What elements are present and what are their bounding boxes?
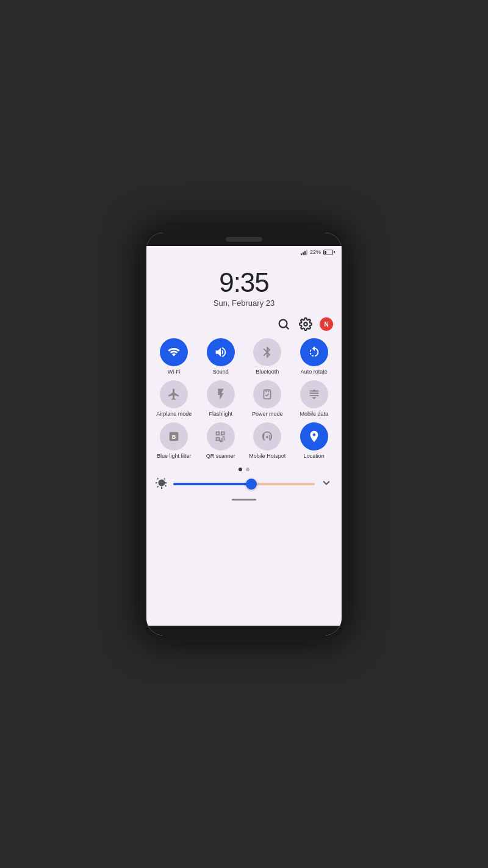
phone-screen: 22% 9:35 Sun, February 23 [146,233,342,635]
brightness-icon [155,476,168,491]
autorotate-label: Auto rotate [301,369,328,375]
wifi-label: Wi-Fi [168,369,181,375]
flashlight-toggle[interactable]: Flashlight [199,380,243,418]
hotspot-circle [253,422,281,450]
bluetooth-circle [253,338,281,366]
page-dot-1[interactable] [239,468,242,471]
phone-notch [146,233,342,246]
mobiledata-label: Mobile data [300,411,328,418]
powermode-circle [253,380,281,408]
flashlight-label: Flashlight [209,411,232,418]
bluetooth-label: Bluetooth [256,369,279,375]
battery-percent: 22% [310,249,321,255]
brightness-expand[interactable] [320,476,333,491]
notification-badge[interactable]: N [320,317,333,331]
phone-frame: 22% 9:35 Sun, February 23 [140,226,348,642]
clock-area: 9:35 Sun, February 23 [146,258,342,313]
svg-rect-3 [264,389,271,399]
powermode-toggle[interactable]: Power mode [246,380,289,418]
mobiledata-circle [300,380,328,408]
hotspot-toggle[interactable]: Mobile Hotspot [246,422,289,460]
mobiledata-toggle[interactable]: Mobile data [293,380,336,418]
airplane-circle [160,380,188,408]
search-button[interactable] [276,316,292,332]
settings-button[interactable] [298,316,314,332]
bluetooth-toggle[interactable]: Bluetooth [246,338,289,375]
battery-icon [323,250,333,255]
autorotate-circle [300,338,328,366]
wifi-circle [160,338,188,366]
slider-thumb[interactable] [246,479,257,490]
clock-time: 9:35 [146,269,342,296]
svg-point-2 [304,322,307,326]
location-label: Location [304,453,325,460]
hotspot-label: Mobile Hotspot [249,453,285,460]
brightness-row [146,474,342,494]
qs-header: N [146,313,342,335]
location-toggle[interactable]: Location [293,422,336,460]
sound-label: Sound [213,369,229,375]
status-bar: 22% [146,246,342,258]
quick-settings-grid: Wi-Fi Sound Bluetooth [146,335,342,463]
flashlight-circle [207,380,235,408]
sound-toggle[interactable]: Sound [199,338,243,375]
brightness-slider[interactable] [173,483,315,485]
bluelight-circle: B [160,422,188,450]
airplane-toggle[interactable]: Airplane mode [152,380,196,418]
home-bar [146,494,342,504]
svg-point-0 [279,320,287,328]
qrscanner-circle [207,422,235,450]
signal-icon [301,249,307,255]
svg-line-1 [286,327,289,329]
bluelight-toggle[interactable]: B Blue light filter [152,422,196,460]
home-indicator [232,499,256,501]
bottom-nav-area [146,626,342,635]
svg-text:B: B [172,433,176,439]
bluelight-label: Blue light filter [157,453,192,460]
page-dots [146,463,342,474]
page-dot-2[interactable] [246,468,249,471]
powermode-label: Power mode [252,411,283,418]
qrscanner-label: QR scanner [206,453,235,460]
qrscanner-toggle[interactable]: QR scanner [199,422,243,460]
wifi-toggle[interactable]: Wi-Fi [152,338,196,375]
airplane-label: Airplane mode [156,411,192,418]
sound-circle [207,338,235,366]
clock-date: Sun, February 23 [146,298,342,308]
autorotate-toggle[interactable]: Auto rotate [293,338,336,375]
location-circle [300,422,328,450]
